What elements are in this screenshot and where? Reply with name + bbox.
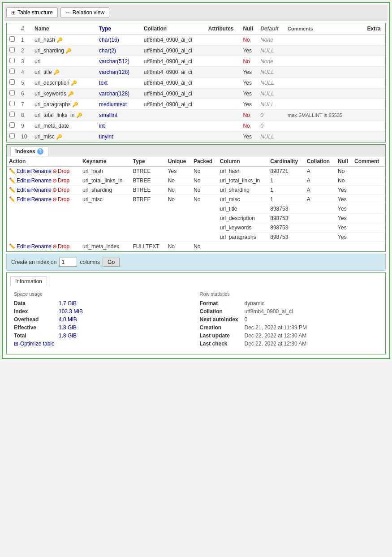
table-structure-icon: ⊞ bbox=[11, 9, 16, 16]
idx-cardinality: 1 bbox=[268, 195, 304, 204]
row-checkbox-input[interactable] bbox=[9, 112, 15, 117]
row-collation: utf8mb4_0900_ai_ci bbox=[141, 35, 206, 45]
row-checkbox-input[interactable] bbox=[9, 133, 15, 138]
idx-col-column: Column bbox=[218, 156, 268, 167]
idx-rename-link[interactable]: Rename bbox=[31, 177, 52, 184]
idx-edit-link[interactable]: Edit bbox=[17, 243, 26, 250]
row-checkbox-input[interactable] bbox=[9, 122, 15, 128]
optimize-table-link[interactable]: ⊞ Optimize table bbox=[14, 341, 193, 347]
space-usage-col: Space usage Data 1.7 GiB Index 103.3 MiB… bbox=[10, 289, 196, 350]
idx-keyname: url_meta_index bbox=[80, 242, 130, 251]
idx-null: Yes bbox=[336, 214, 352, 223]
idx-edit-link[interactable]: Edit bbox=[17, 168, 26, 174]
idx-comment bbox=[352, 195, 385, 204]
row-null: Yes bbox=[240, 99, 258, 110]
idx-type: BTREE bbox=[131, 176, 166, 186]
row-num: 6 bbox=[18, 88, 32, 99]
space-usage-row: Overhead 4.0 MiB bbox=[14, 316, 193, 323]
row-checkbox bbox=[7, 45, 18, 56]
idx-collation bbox=[305, 214, 336, 223]
space-usage-header: Space usage bbox=[14, 291, 193, 298]
table-row: 8 url_total_links_in 🔑 smallint No 0 max… bbox=[7, 110, 385, 121]
row-attributes bbox=[206, 131, 241, 142]
row-checkbox-input[interactable] bbox=[9, 47, 15, 52]
row-comments bbox=[285, 67, 364, 78]
idx-type: FULLTEXT bbox=[131, 242, 166, 251]
row-checkbox-input[interactable] bbox=[9, 79, 15, 85]
idx-col-comment: Comment bbox=[352, 156, 385, 167]
idx-keyname: url_misc bbox=[80, 195, 130, 242]
row-checkbox bbox=[7, 78, 18, 88]
tab-table-structure[interactable]: ⊞ Table structure bbox=[6, 7, 58, 18]
row-attributes bbox=[206, 56, 241, 67]
stats-label: Creation bbox=[200, 324, 245, 331]
idx-rename-link[interactable]: Rename bbox=[31, 187, 52, 193]
idx-drop-link[interactable]: Drop bbox=[58, 187, 69, 193]
information-section: Information Space usage Data 1.7 GiB Ind… bbox=[6, 272, 386, 354]
row-stats-row: Collation utf8mb4_0900_ai_ci bbox=[200, 308, 379, 315]
idx-type: BTREE bbox=[131, 195, 166, 242]
space-value: 1.7 GiB bbox=[59, 300, 77, 307]
idx-drop-link[interactable]: Drop bbox=[58, 168, 69, 174]
row-checkbox-input[interactable] bbox=[9, 101, 15, 106]
table-structure-section: # Name Type Collation Attributes Null De… bbox=[6, 23, 386, 142]
idx-rename-link[interactable]: Rename bbox=[31, 243, 52, 250]
idx-drop-link[interactable]: Drop bbox=[58, 177, 69, 184]
idx-drop-link[interactable]: Drop bbox=[58, 196, 69, 203]
rename-icon: ⊞ bbox=[27, 169, 30, 174]
row-collation: utf8mb4_0900_ai_ci bbox=[141, 67, 206, 78]
idx-comment bbox=[352, 223, 385, 233]
idx-comment bbox=[352, 176, 385, 186]
idx-null: No bbox=[336, 176, 352, 186]
idx-rename-link[interactable]: Rename bbox=[31, 168, 52, 174]
stats-value: Dec 21, 2022 at 11:39 PM bbox=[245, 324, 307, 331]
idx-col: url_paragraphs bbox=[218, 233, 268, 242]
row-num: 1 bbox=[18, 35, 32, 45]
idx-drop-link[interactable]: Drop bbox=[58, 243, 69, 250]
create-index-input[interactable] bbox=[59, 258, 77, 267]
idx-null: Yes bbox=[336, 204, 352, 214]
space-label: Data bbox=[14, 300, 59, 307]
row-type: text bbox=[96, 78, 141, 88]
idx-rename-link[interactable]: Rename bbox=[31, 196, 52, 203]
row-checkbox-input[interactable] bbox=[9, 90, 15, 95]
row-default: NULL bbox=[258, 67, 285, 78]
row-null: Yes bbox=[240, 67, 258, 78]
idx-comment bbox=[352, 233, 385, 242]
row-extra bbox=[364, 45, 385, 56]
row-checkbox bbox=[7, 35, 18, 45]
idx-edit-link[interactable]: Edit bbox=[17, 187, 26, 193]
row-checkbox bbox=[7, 131, 18, 142]
row-type: varchar(512) bbox=[96, 56, 141, 67]
indexes-help-icon[interactable]: ? bbox=[37, 148, 43, 155]
idx-edit-link[interactable]: Edit bbox=[17, 177, 26, 184]
indexes-tab[interactable]: Indexes ? bbox=[10, 147, 48, 156]
col-header-type: Type bbox=[96, 23, 141, 35]
stats-value: dynamic bbox=[245, 300, 265, 307]
information-tab[interactable]: Information bbox=[10, 276, 47, 286]
row-collation: utf8mb4_0900_ai_ci bbox=[141, 88, 206, 99]
row-extra bbox=[364, 67, 385, 78]
row-attributes bbox=[206, 35, 241, 45]
create-index-go-button[interactable]: Go bbox=[103, 258, 120, 267]
idx-col: url_description bbox=[218, 214, 268, 223]
key-icon: 🔑 bbox=[72, 102, 78, 107]
row-stats-row: Creation Dec 21, 2022 at 11:39 PM bbox=[200, 324, 379, 331]
space-value: 103.3 MiB bbox=[59, 308, 83, 315]
row-checkbox-input[interactable] bbox=[9, 36, 15, 42]
tab-relation-view[interactable]: ↔ Relation view bbox=[60, 7, 109, 18]
row-default: NULL bbox=[258, 99, 285, 110]
row-comments bbox=[285, 121, 364, 131]
row-checkbox-input[interactable] bbox=[9, 58, 15, 63]
idx-edit-link[interactable]: Edit bbox=[17, 196, 26, 203]
idx-unique: No bbox=[166, 242, 191, 251]
idx-comment bbox=[352, 242, 385, 251]
idx-col-collation: Collation bbox=[305, 156, 336, 167]
row-checkbox-input[interactable] bbox=[9, 69, 15, 74]
idx-collation bbox=[305, 204, 336, 214]
idx-null: Yes bbox=[336, 233, 352, 242]
row-attributes bbox=[206, 78, 241, 88]
tab-table-structure-label: Table structure bbox=[17, 9, 53, 16]
row-checkbox bbox=[7, 99, 18, 110]
col-header-default: Default bbox=[258, 23, 285, 35]
